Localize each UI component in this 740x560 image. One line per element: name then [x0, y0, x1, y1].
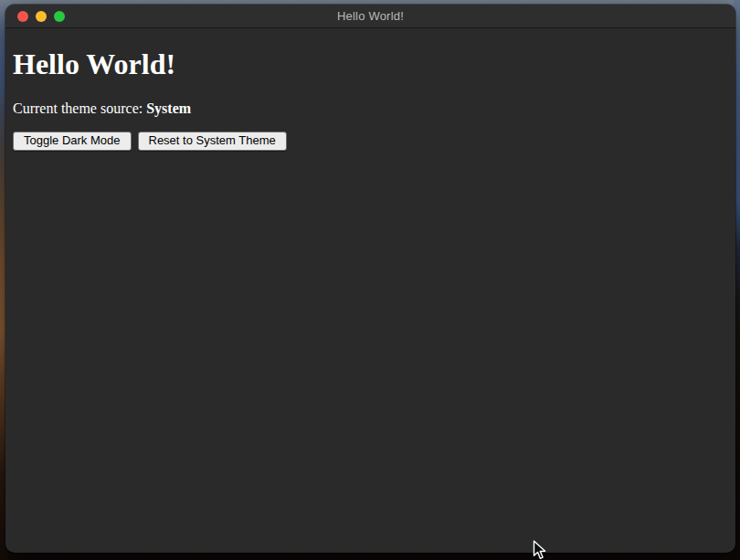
window-titlebar[interactable]: Hello World! — [5, 5, 735, 28]
minimize-icon[interactable] — [36, 11, 47, 22]
reset-to-system-theme-button[interactable]: Reset to System Theme — [138, 132, 287, 151]
page-content: Hello World! Current theme source: Syste… — [5, 48, 735, 151]
page-heading: Hello World! — [13, 48, 728, 81]
close-icon[interactable] — [17, 11, 28, 22]
traffic-lights — [17, 11, 65, 22]
toggle-dark-mode-button[interactable]: Toggle Dark Mode — [13, 132, 132, 151]
app-window: Hello World! Hello World! Current theme … — [5, 5, 735, 553]
theme-source-label: Current theme source: — [13, 100, 146, 116]
theme-source-line: Current theme source: System — [13, 100, 728, 117]
button-row: Toggle Dark Mode Reset to System Theme — [13, 132, 728, 151]
zoom-icon[interactable] — [54, 11, 65, 22]
theme-source-value: System — [146, 100, 191, 116]
window-title: Hello World! — [337, 9, 404, 23]
